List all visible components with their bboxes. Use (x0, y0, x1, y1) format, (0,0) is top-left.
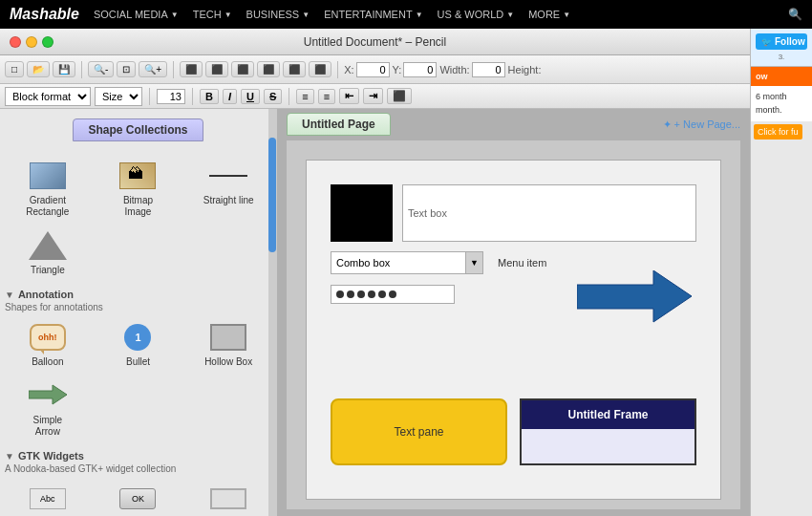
main-content: Shape Collections GradientRectangle (0, 109, 750, 516)
shape-gradient-rect[interactable]: GradientRectangle (5, 156, 91, 221)
search-icon[interactable]: 🔍 (788, 8, 802, 21)
nav-entertainment[interactable]: ENTERTAINMENT ▼ (324, 9, 422, 20)
block-format-select[interactable]: Block format (5, 87, 91, 106)
ad-banner-text: ow (756, 72, 807, 81)
page-tab-bar: Untitled Page ✦ + New Page... (277, 109, 750, 136)
width-input[interactable] (472, 62, 505, 77)
page-tab[interactable]: Untitled Page (287, 113, 391, 136)
shape-button-widget[interactable]: OK Button (96, 479, 182, 516)
shape-bitmap-img[interactable]: BitmapImage (96, 156, 182, 221)
gtk-section-header: ▼ GTK Widgets (5, 450, 271, 462)
y-input[interactable] (403, 62, 437, 77)
password-row (331, 285, 455, 304)
list-ordered-button[interactable]: ≡ (318, 89, 335, 104)
ad-banner-top: ow (751, 67, 812, 86)
shape-simple-arrow[interactable]: SimpleArrow (5, 376, 91, 441)
align-right-button[interactable]: ⬛ (231, 61, 254, 77)
image-element[interactable] (331, 184, 393, 242)
y-coord: Y: (393, 62, 438, 77)
shape-label-widget[interactable]: Abc Label (5, 479, 91, 516)
new-doc-button[interactable]: □ (5, 61, 24, 77)
dot-2 (347, 290, 354, 298)
x-label: X: (344, 64, 353, 75)
zoom-fit-button[interactable]: ⊡ (117, 61, 136, 77)
list-unordered-button[interactable]: ≡ (296, 89, 313, 104)
shape-triangle[interactable]: Triangle (5, 226, 91, 279)
format-sep-1 (149, 88, 150, 105)
sidebar-scrollbar-thumb[interactable] (268, 138, 276, 252)
open-button[interactable]: 📂 (27, 61, 50, 77)
bold-button[interactable]: B (200, 89, 219, 104)
sidebar-content: GradientRectangle BitmapImage (0, 151, 276, 516)
shape-bullet[interactable]: 1 Bullet (96, 317, 182, 371)
nav-us-world[interactable]: US & WORLD ▼ (438, 9, 515, 20)
new-page-button[interactable]: ✦ + New Page... (663, 118, 740, 131)
site-logo[interactable]: Mashable (10, 6, 79, 23)
annotation-section-header: ▼ Annotation (5, 289, 271, 300)
annotation-section-title: Annotation (18, 289, 74, 300)
x-input[interactable] (356, 62, 390, 77)
arrow-element[interactable] (577, 270, 692, 326)
right-panel: 🐦 Follow 3. ow 6 month month. Click for … (750, 29, 812, 516)
minimize-button[interactable] (26, 36, 37, 48)
align-bottom-button[interactable]: ⬛ (309, 61, 331, 77)
follow-button[interactable]: 🐦 Follow (756, 33, 807, 50)
follow-label: Follow (775, 36, 805, 47)
align-top-button[interactable]: ⬛ (257, 61, 280, 77)
indent-less-button[interactable]: ⇤ (339, 88, 359, 104)
text-box-label: Text box (408, 207, 447, 219)
triangle-icon (28, 228, 68, 262)
zoom-out-button[interactable]: 🔍- (88, 61, 114, 77)
new-page-icon: ✦ (663, 118, 672, 131)
shape-balloon[interactable]: ohh! Balloon (5, 317, 91, 371)
font-size-input[interactable] (157, 89, 185, 104)
x-coord: X: (344, 62, 389, 77)
gtk-collapse-icon[interactable]: ▼ (5, 451, 14, 462)
basic-shapes-grid: GradientRectangle BitmapImage (5, 156, 271, 279)
combo-box-element[interactable]: Combo box ▼ (331, 251, 483, 274)
nav-more[interactable]: MORE ▼ (528, 9, 570, 20)
password-input-element[interactable] (331, 285, 455, 304)
text-pane-label: Text pane (394, 425, 443, 439)
maximize-button[interactable] (42, 36, 53, 48)
text-pane-element[interactable]: Text pane (331, 398, 507, 465)
bullet-label: Bullet (126, 356, 150, 368)
underline-button[interactable]: U (241, 89, 260, 104)
combo-box-arrow[interactable]: ▼ (465, 252, 482, 273)
text-box-element[interactable]: Text box (402, 184, 696, 242)
annotation-collapse-icon[interactable]: ▼ (5, 290, 14, 300)
sidebar-tab[interactable]: Shape Collections (73, 118, 203, 141)
sidebar-scrollbar[interactable] (268, 109, 276, 516)
ad-top-area: 🐦 Follow 3. (751, 29, 812, 67)
nav-tech[interactable]: TECH ▼ (193, 9, 232, 20)
nav-bar: Mashable SOCIAL MEDIA ▼ TECH ▼ BUSINESS … (0, 0, 812, 29)
balloon-icon: ohh! (28, 320, 68, 354)
size-select[interactable]: Size (95, 87, 142, 106)
toolbar-sep-2 (173, 61, 174, 78)
shape-hollow-box[interactable]: Hollow Box (185, 317, 271, 371)
italic-button[interactable]: I (223, 89, 237, 104)
follower-count: 3. (756, 53, 807, 61)
shape-panel-widget[interactable]: Panel (185, 479, 271, 516)
y-label: Y: (393, 64, 402, 75)
align-mid-button[interactable]: ⬛ (283, 61, 306, 77)
text-left-button[interactable]: ⬛ (387, 88, 412, 104)
nav-social-media-arrow: ▼ (171, 11, 179, 19)
save-button[interactable]: 💾 (53, 61, 75, 77)
new-page-label: + New Page... (674, 118, 740, 130)
align-center-button[interactable]: ⬛ (205, 61, 228, 77)
close-button[interactable] (10, 36, 21, 48)
align-left-button[interactable]: ⬛ (180, 61, 203, 77)
untitled-frame-element[interactable]: Untitled Frame (520, 398, 696, 465)
ad-more-button[interactable]: Click for fu (754, 124, 802, 140)
format-sep-3 (288, 88, 289, 105)
indent-more-button[interactable]: ⇥ (363, 88, 383, 104)
diagram-area: Text box Combo box ▼ Menu item (321, 175, 706, 484)
nav-business[interactable]: BUSINESS ▼ (246, 9, 310, 20)
combo-box-text: Combo box (331, 257, 465, 269)
shape-straight-line[interactable]: Straight line (185, 156, 271, 221)
nav-social-media[interactable]: SOCIAL MEDIA ▼ (94, 9, 179, 20)
strikethrough-button[interactable]: S (264, 89, 282, 104)
zoom-in-button[interactable]: 🔍+ (139, 61, 167, 77)
canvas-area[interactable]: Text box Combo box ▼ Menu item (287, 140, 740, 509)
